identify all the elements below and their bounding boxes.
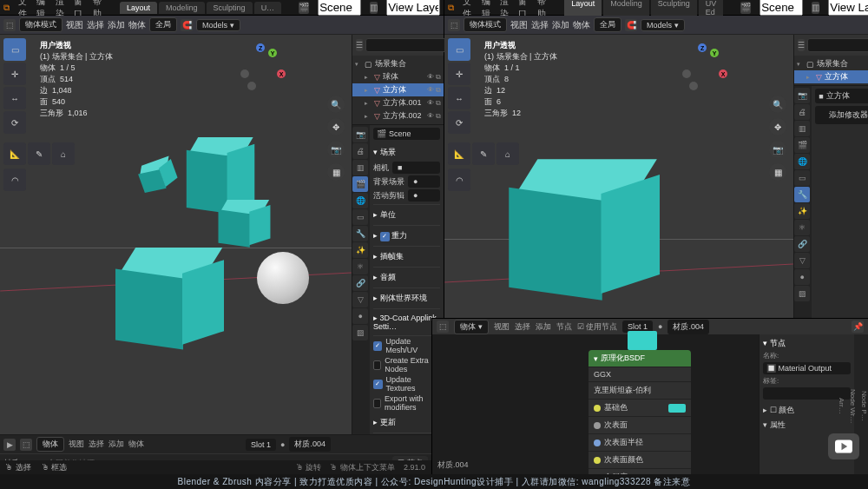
tree-item[interactable]: ▸▽ 立方体👁 ⧉ [352,83,444,96]
material-preview [628,331,657,350]
node-graph[interactable]: ▾原理化BSDF GGX 克里斯坦森-伯利 基础色 次表面 次表面半径 次表面颜… [432,334,759,474]
blender-icon: ⧉ [3,3,10,13]
tool-select[interactable]: ▭ [3,38,26,61]
blender-icon: ⧉ [448,3,454,13]
scene-name-field[interactable] [318,0,361,16]
tool-move[interactable]: ↔ [3,87,26,109]
tree-item[interactable]: ▸▽ 立方体.002👁 ⧉ [352,109,444,122]
mat-label: 材质.004 [437,459,469,471]
status-bar-right: 🖱 旋转 🖱 物体上下文菜单 2.91.0 [139,460,425,474]
ptab-output[interactable]: 🖨 [352,143,368,159]
nav-camera[interactable]: 📷 [327,141,345,158]
ptab-mat[interactable]: ● [352,308,368,324]
ptab-obj[interactable]: ▭ [352,209,368,225]
nav-persp[interactable]: ▦ [327,163,345,181]
ptab-scene[interactable]: 🎬 [352,176,368,192]
ws-layout[interactable]: Layout [120,2,157,14]
hdr-add[interactable]: 添加 [108,19,125,31]
tool-measure[interactable]: 📐 [3,142,26,165]
ptab-part[interactable]: ✨ [352,242,368,258]
outliner-icon[interactable]: ☰ [356,39,363,51]
cube-selected[interactable] [126,248,239,352]
ptab-view[interactable]: ▥ [352,160,368,175]
tool-rotate[interactable]: ⟳ [3,111,26,134]
viewlayer-field[interactable] [828,0,868,16]
orientation[interactable]: 全局 [149,17,177,32]
video-overlay-icon[interactable] [828,433,859,459]
hdr-view[interactable]: 视图 [66,19,83,31]
top-menu-r: ⧉ 文件 编辑 渲染 窗口 帮助 Layout Modeling Sculpti… [444,0,868,16]
ptab-render[interactable]: 📷 [352,127,368,142]
node-editor: ⬚ 物体 ▾ 视图 选择 添加 节点 ☑ 使用节点 Slot 1 ● 材质.00… [431,318,868,474]
nav-gizmo[interactable]: Y X Z [239,43,284,89]
viewport-3d[interactable]: 用户透视 (1) 场景集合 | 立方体 物体 1 / 5 顶点 514 边 1,… [0,35,352,460]
chk-row[interactable]: Export with modifiers [373,393,440,413]
ptab-tex[interactable]: ▨ [352,325,368,340]
tree-item[interactable]: ▸▽ 立方体.001👁 ⧉ [352,96,444,109]
hdr-select[interactable]: 选择 [87,19,104,31]
cube-single[interactable] [524,159,683,305]
tool-add[interactable]: ◠ [3,169,26,191]
ptab-modifier[interactable]: 🔧 [794,187,810,202]
ws-sculpt[interactable]: Sculpting [207,2,253,14]
viewlayer-field[interactable] [386,0,440,16]
scene-name-field[interactable] [760,0,803,16]
layer-icon: ▥ [370,2,378,14]
outliner: ☰ ▾ ▾▢ 场景集合 ▸▽ 球体👁 ⧉ ▸▽ 立方体👁 ⧉ ▸▽ 立方体.00… [352,35,444,124]
stats-overlay: 用户透视 (1) 场景集合 | 立方体 物体 1 / 1 顶点 8 边 12 面… [484,40,557,119]
editor-type-icon[interactable]: ⬚ [3,19,16,31]
ptab-world[interactable]: 🌐 [352,193,368,208]
chk-row[interactable]: ✓Update Textures [373,374,440,393]
tool-extra[interactable]: ⌂ [52,142,75,165]
chk-row[interactable]: Create Extra Nodes [373,355,440,374]
asset-menu[interactable]: Models ▾ [196,19,240,31]
ws-uv[interactable]: U… [254,2,282,14]
node-name-field[interactable]: 🔲 Material Output [763,362,851,374]
tool-cursor[interactable]: ✛ [3,63,26,85]
stats-overlay: 用户透视 (1) 场景集合 | 立方体 物体 1 / 5 顶点 514 边 1,… [40,40,113,119]
top-menu: ⧉ 文件 编辑 渲染 窗口 帮助 Layout Modeling Sculpti… [0,0,444,16]
ptab-phys[interactable]: ⚛ [352,259,368,274]
snap-icon[interactable]: 🧲 [181,19,193,31]
tool-annotate[interactable]: ✎ [28,142,50,165]
sphere[interactable] [257,252,309,304]
chk-row[interactable]: ✓Update Mesh/UV [373,336,440,355]
nav-pan[interactable]: ✥ [327,118,345,135]
ptab-data[interactable]: ▽ [352,292,368,307]
nav-zoom[interactable]: 🔍 [327,96,345,113]
add-modifier-btn[interactable]: 添加修改器 [815,106,868,124]
tree-item[interactable]: ▸▽ 球体👁 ⧉ [352,70,444,83]
properties-tabs: 📷 🖨 ▥ 🎬 🌐 ▭ 🔧 ✨ ⚛ 🔗 ▽ ● ▨ [352,125,370,460]
tree-root[interactable]: ▾▢ 场景集合 [352,57,444,70]
bsdf-node[interactable]: ▾原理化BSDF GGX 克里斯坦森-伯利 基础色 次表面 次表面半径 次表面颜… [589,350,691,486]
footer-credits: Blender & Zbrush 内容分享 | 致力打造优质内容 | 公众号: … [0,474,868,489]
ws-modeling[interactable]: Modeling [159,2,205,14]
crumb: 🎬 Scene [373,128,440,140]
hdr-object[interactable]: 物体 [128,19,146,31]
ptab-con[interactable]: 🔗 [352,275,368,291]
scene-icon: 🎬 [299,2,309,14]
mode-select[interactable]: 物体模式 [19,17,62,32]
ptab-mod[interactable]: 🔧 [352,226,368,241]
viewport-header: ⬚ 物体模式 视图 选择 添加 物体 全局 🧲 Models ▾ [0,16,444,35]
